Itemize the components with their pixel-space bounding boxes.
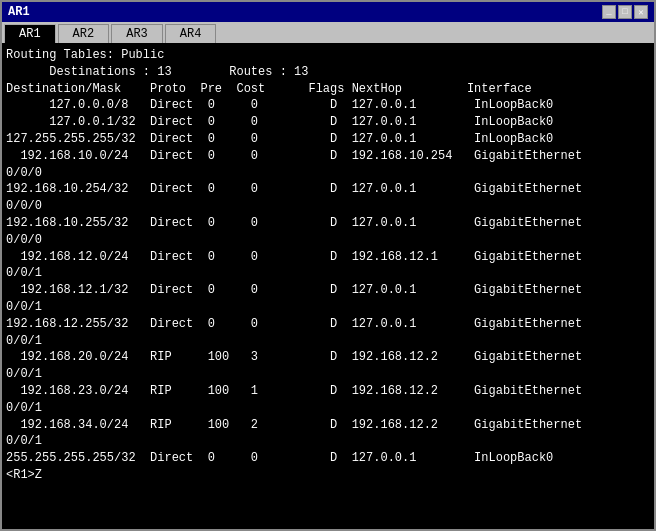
- table-row: 192.168.10.254/32 Direct 0 0 D 127.0.0.1…: [6, 181, 650, 198]
- table-row: 127.0.0.0/8 Direct 0 0 D 127.0.0.1 InLoo…: [6, 97, 650, 114]
- table-row-continuation: 0/0/1: [6, 299, 650, 316]
- table-row: 192.168.12.255/32 Direct 0 0 D 127.0.0.1…: [6, 316, 650, 333]
- routing-header-1: Routing Tables: Public: [6, 47, 650, 64]
- title-bar: AR1 _ □ ✕: [2, 2, 654, 22]
- table-row: 192.168.23.0/24 RIP 100 1 D 192.168.12.2…: [6, 383, 650, 400]
- title-bar-buttons: _ □ ✕: [602, 5, 648, 19]
- table-row: 127.0.0.1/32 Direct 0 0 D 127.0.0.1 InLo…: [6, 114, 650, 131]
- close-button[interactable]: ✕: [634, 5, 648, 19]
- table-row: 192.168.20.0/24 RIP 100 3 D 192.168.12.2…: [6, 349, 650, 366]
- routing-header-2: Destinations : 13 Routes : 13: [6, 64, 650, 81]
- tab-ar3[interactable]: AR3: [111, 24, 163, 43]
- table-row-continuation: 0/0/1: [6, 400, 650, 417]
- table-row: 255.255.255.255/32 Direct 0 0 D 127.0.0.…: [6, 450, 650, 467]
- prompt-line: <R1>Z: [6, 467, 650, 484]
- table-row-continuation: 0/0/1: [6, 366, 650, 383]
- table-row-continuation: 0/0/1: [6, 265, 650, 282]
- table-row-continuation: 0/0/1: [6, 433, 650, 450]
- table-row: 127.255.255.255/32 Direct 0 0 D 127.0.0.…: [6, 131, 650, 148]
- tabs-bar: AR1 AR2 AR3 AR4: [2, 22, 654, 43]
- terminal-area[interactable]: Routing Tables: Public Destinations : 13…: [2, 43, 654, 529]
- restore-button[interactable]: □: [618, 5, 632, 19]
- tab-ar2[interactable]: AR2: [58, 24, 110, 43]
- window-frame: AR1 _ □ ✕ AR1 AR2 AR3 AR4 Routing Tables…: [0, 0, 656, 531]
- window-title: AR1: [8, 5, 30, 19]
- table-row-continuation: 0/0/1: [6, 333, 650, 350]
- col-header: Destination/Mask Proto Pre Cost Flags Ne…: [6, 81, 650, 98]
- table-row: 192.168.12.1/32 Direct 0 0 D 127.0.0.1 G…: [6, 282, 650, 299]
- table-row: 192.168.10.255/32 Direct 0 0 D 127.0.0.1…: [6, 215, 650, 232]
- table-row: 192.168.12.0/24 Direct 0 0 D 192.168.12.…: [6, 249, 650, 266]
- table-row-continuation: 0/0/0: [6, 165, 650, 182]
- table-row-continuation: 0/0/0: [6, 232, 650, 249]
- table-row-continuation: 0/0/0: [6, 198, 650, 215]
- tab-ar4[interactable]: AR4: [165, 24, 217, 43]
- table-row: 192.168.34.0/24 RIP 100 2 D 192.168.12.2…: [6, 417, 650, 434]
- table-row: 192.168.10.0/24 Direct 0 0 D 192.168.10.…: [6, 148, 650, 165]
- routing-table: 127.0.0.0/8 Direct 0 0 D 127.0.0.1 InLoo…: [6, 97, 650, 467]
- minimize-button[interactable]: _: [602, 5, 616, 19]
- tab-ar1[interactable]: AR1: [4, 24, 56, 43]
